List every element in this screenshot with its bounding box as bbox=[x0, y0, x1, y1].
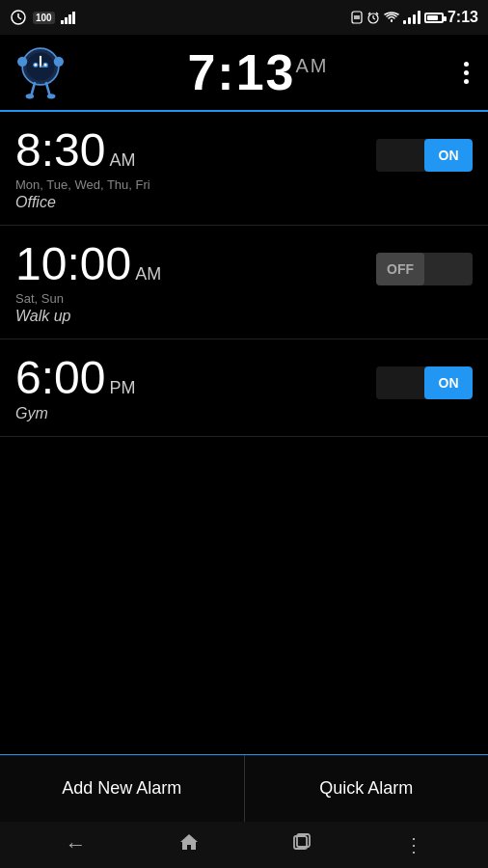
alarm-toggle[interactable]: ON bbox=[376, 139, 473, 172]
alarm-info: 6:00 PM Gym bbox=[15, 355, 376, 422]
home-button[interactable] bbox=[163, 826, 215, 864]
sim-icon bbox=[351, 11, 363, 24]
svg-point-26 bbox=[35, 64, 38, 67]
alarm-info: 10:00 AM Sat, Sun Walk up bbox=[15, 241, 376, 325]
overflow-menu-button[interactable] bbox=[456, 54, 476, 92]
alarm-time: 8:30 AM bbox=[15, 127, 376, 174]
alarm-info: 8:30 AM Mon, Tue, Wed, Thu, Fri Office bbox=[15, 127, 376, 211]
mobile-signal-icon bbox=[403, 11, 420, 24]
svg-rect-3 bbox=[61, 20, 64, 24]
alarm-toggle[interactable]: ON bbox=[376, 366, 473, 399]
back-button[interactable]: ← bbox=[50, 827, 102, 863]
alarm-toggle[interactable]: OFF bbox=[376, 253, 473, 285]
svg-rect-8 bbox=[354, 15, 360, 19]
signal-strength-icon bbox=[61, 11, 76, 24]
alarm-item[interactable]: 10:00 AM Sat, Sun Walk up OFF bbox=[0, 226, 488, 339]
battery-icon bbox=[424, 13, 444, 23]
alarm-time: 10:00 AM bbox=[15, 241, 376, 287]
toggle-switch-on[interactable]: ON bbox=[376, 366, 473, 399]
status-time: 7:13 bbox=[447, 9, 478, 26]
alarm-days: Sat, Sun bbox=[15, 291, 376, 306]
alarm-days: Mon, Tue, Wed, Thu, Fri bbox=[15, 177, 376, 192]
toggle-switch-on[interactable]: ON bbox=[376, 139, 473, 172]
menu-dot bbox=[464, 70, 469, 75]
status-left-icons: 100 bbox=[10, 9, 76, 26]
alarm-item[interactable]: 8:30 AM Mon, Tue, Wed, Thu, Fri Office O… bbox=[0, 112, 488, 226]
battery-percent-badge: 100 bbox=[33, 12, 55, 24]
menu-dot bbox=[464, 79, 469, 84]
status-bar: 100 bbox=[0, 0, 488, 35]
more-options-button[interactable]: ⋮ bbox=[389, 827, 439, 862]
recents-button[interactable] bbox=[276, 826, 328, 864]
svg-line-11 bbox=[373, 18, 375, 19]
toggle-thumb: ON bbox=[424, 366, 473, 399]
svg-point-20 bbox=[26, 94, 35, 98]
bottom-buttons: Add New Alarm Quick Alarm bbox=[0, 754, 488, 822]
svg-line-2 bbox=[18, 17, 21, 19]
svg-rect-6 bbox=[72, 12, 75, 24]
alarm-label: Office bbox=[15, 194, 376, 211]
nav-bar: ← ⋮ bbox=[0, 822, 488, 868]
status-alarm-icon bbox=[10, 9, 27, 26]
alarm-label: Walk up bbox=[15, 308, 376, 325]
app-logo bbox=[12, 43, 69, 101]
alarm-status-icon bbox=[366, 11, 380, 24]
svg-line-19 bbox=[46, 83, 49, 95]
svg-rect-5 bbox=[68, 14, 71, 24]
svg-line-18 bbox=[32, 83, 35, 95]
svg-rect-4 bbox=[65, 17, 68, 24]
status-right-icons: 7:13 bbox=[351, 9, 478, 26]
alarm-list: 8:30 AM Mon, Tue, Wed, Thu, Fri Office O… bbox=[0, 112, 488, 754]
app-bar: 7:13AM bbox=[0, 35, 488, 112]
svg-point-22 bbox=[17, 57, 27, 67]
alarm-time: 6:00 PM bbox=[15, 355, 376, 401]
app-title: 7:13AM bbox=[69, 43, 447, 101]
menu-dot bbox=[464, 62, 469, 67]
svg-point-27 bbox=[44, 64, 47, 67]
toggle-thumb: ON bbox=[424, 139, 473, 172]
toggle-switch-off[interactable]: OFF bbox=[376, 253, 473, 285]
alarm-label: Gym bbox=[15, 405, 376, 422]
toggle-thumb: OFF bbox=[376, 253, 424, 285]
wifi-icon bbox=[384, 12, 399, 23]
quick-alarm-button[interactable]: Quick Alarm bbox=[245, 755, 489, 822]
svg-point-21 bbox=[47, 94, 56, 98]
add-new-alarm-button[interactable]: Add New Alarm bbox=[0, 755, 245, 822]
svg-point-23 bbox=[54, 57, 64, 67]
alarm-item[interactable]: 6:00 PM Gym ON bbox=[0, 339, 488, 437]
